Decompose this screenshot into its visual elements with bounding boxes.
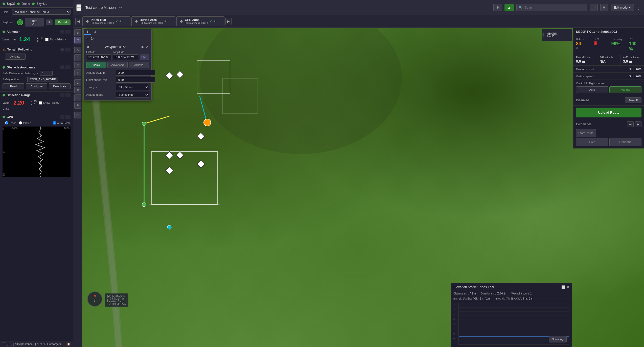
wp-tab-1[interactable]: 1 xyxy=(84,29,91,35)
gpr-collapse-btn[interactable]: − xyxy=(60,115,64,119)
gpr-profile-radio[interactable]: Profile xyxy=(19,121,31,125)
detection-more-btn[interactable]: ⋮ xyxy=(65,93,71,97)
waypoint-title: Waypoint #1/2 xyxy=(90,45,140,49)
search-input[interactable] xyxy=(516,4,587,11)
altimeter-show-history-checkbox[interactable]: Show History xyxy=(45,38,66,41)
start-route-button[interactable]: Start Route xyxy=(576,129,596,137)
wp-altitude-label: Altitude AGL, m xyxy=(86,71,114,74)
log-copy-btn[interactable]: 📋 xyxy=(66,342,71,346)
record-button[interactable]: Record xyxy=(55,19,71,25)
auto-mode-button[interactable]: Auto xyxy=(576,86,608,93)
obstacle-more-btn[interactable]: ⋮ xyxy=(65,65,71,69)
tab-eye-icon-1[interactable]: 👁 xyxy=(120,20,122,23)
ep-close-button[interactable]: ✕ xyxy=(567,285,569,289)
tab-buried-area[interactable]: ✈ Buried Area DJI Matrice 300 RTK 👁 ⋮ xyxy=(131,16,176,26)
altimeter-collapse-btn[interactable]: − xyxy=(60,30,64,34)
wp-next-button[interactable]: ▶ xyxy=(142,45,144,49)
terrain-collapse-btn[interactable]: − xyxy=(60,48,64,52)
map-tool-measure[interactable]: ⊞ xyxy=(74,62,81,68)
gpr-more-btn[interactable]: ⋮ xyxy=(65,115,71,119)
map-tool-polygon[interactable]: ◇ xyxy=(74,47,81,53)
takeoff-button[interactable]: Takeoff xyxy=(625,97,641,103)
map-tool-compass[interactable]: ⊕ xyxy=(74,102,81,109)
obstacle-collapse-btn[interactable]: − xyxy=(60,65,64,69)
tab-more-icon-3[interactable]: ⋮ xyxy=(218,20,221,23)
safe-dist-input[interactable] xyxy=(40,71,53,76)
wp-speed-input[interactable] xyxy=(116,77,155,83)
upload-route-button[interactable]: Upload Route xyxy=(576,108,641,117)
map-tool-circle[interactable]: ○ xyxy=(74,69,81,76)
terrain-more-btn[interactable]: ⋮ xyxy=(65,48,71,52)
tab-more-button[interactable]: ▶ xyxy=(225,18,232,25)
gpr-trace-radio[interactable]: Trace xyxy=(5,121,16,125)
obstacle-controls: − ⋮ xyxy=(60,65,71,69)
drone-camera-panel[interactable]: ✈ M300RTK-1znpl8... ⋮ xyxy=(542,29,572,41)
wp-tab-2[interactable]: 2 xyxy=(91,29,99,35)
menu-button[interactable]: ☰ xyxy=(76,4,81,11)
map-tool-waypoint[interactable]: ⊙ xyxy=(74,37,81,43)
wp-actions-tab[interactable]: Actions xyxy=(129,62,149,68)
tab-more-icon-1[interactable]: ⋮ xyxy=(124,20,127,23)
tab-prev-button[interactable]: ◀ xyxy=(75,18,81,25)
rp-more-button[interactable]: ⋮ xyxy=(638,30,641,34)
settings-button[interactable]: ⚙ xyxy=(493,4,502,11)
commands-next-btn[interactable]: ▶ xyxy=(635,121,641,127)
wp-lat-input[interactable] xyxy=(86,54,111,60)
wp-altitude-mode-select[interactable]: Rangefinder xyxy=(116,92,149,98)
wp-dms-button[interactable]: DMS xyxy=(140,55,149,60)
mission-edit-icon[interactable]: ✏ xyxy=(119,6,122,9)
edit-mode-button[interactable]: Edit mode ▾ xyxy=(611,4,634,11)
wp-basic-tab[interactable]: Basic xyxy=(86,62,106,68)
terrain-activate-button[interactable]: Activate xyxy=(5,54,26,60)
detection-collapse-btn[interactable]: − xyxy=(60,93,64,97)
wp-lon-input[interactable] xyxy=(113,54,138,60)
wp-altitude-input[interactable] xyxy=(116,70,155,76)
wp-prev-button[interactable]: ◀ xyxy=(86,45,89,49)
layers-button[interactable]: ⊞ xyxy=(600,4,608,11)
altimeter-more-btn[interactable]: ⋮ xyxy=(65,30,71,34)
tab-more-icon-2[interactable]: ⋮ xyxy=(169,20,172,23)
link-select[interactable]: M300RTK-1znpl8e001p003 xyxy=(12,9,71,15)
tab-pipes-trial[interactable]: ✈ Pipes Trial DJI Matrice 300 RTK ✓ 👁 ⋮ xyxy=(82,16,130,26)
tablet-button[interactable]: ▭ xyxy=(590,4,598,11)
map-tool-select[interactable]: ⊕ xyxy=(74,29,81,36)
drone-icon: ✈ xyxy=(542,32,546,38)
read-button[interactable]: Read xyxy=(3,83,24,89)
wp-advanced-tab[interactable]: Advanced xyxy=(107,62,128,68)
deactivate-button[interactable]: Deactivate xyxy=(49,83,71,89)
map-tool-target[interactable]: ◎ xyxy=(74,94,81,101)
commands-prev-btn[interactable]: ◀ xyxy=(627,121,634,127)
wp-turn-type-select[interactable]: Stop&Turn xyxy=(116,84,149,90)
map-tool-more[interactable]: ••• xyxy=(74,112,81,118)
flight-mode-buttons: Auto Manual xyxy=(576,86,641,93)
ugcs-status-dot xyxy=(3,3,5,5)
map-tool-layer[interactable]: ⊘ xyxy=(74,79,81,86)
payload-power-icon[interactable]: ⏻ xyxy=(17,19,23,25)
battery-value: 84 xyxy=(576,41,588,46)
gpr-auto-scale-checkbox[interactable]: Auto Scale xyxy=(53,121,71,125)
svg-point-0 xyxy=(200,28,402,154)
turn-off-button[interactable]: Turn OFF xyxy=(25,18,43,27)
ep-expand-button[interactable]: ⬜ xyxy=(561,285,565,289)
drone-id-display: M300RTK-1znpl8... xyxy=(547,32,568,38)
manual-mode-button[interactable]: Manual xyxy=(609,86,642,93)
map-eye-altitude: Eye altitude 55 m xyxy=(107,303,126,306)
hold-button[interactable]: Hold xyxy=(576,138,608,146)
pause-button[interactable]: ⏸ xyxy=(46,19,53,25)
map-tool-line[interactable]: ⌇ xyxy=(74,54,81,61)
configure-button[interactable]: Configure xyxy=(26,83,48,89)
ep-header: Elevation profile: Pipes Trial ⬜ ✕ xyxy=(451,283,572,291)
more-button[interactable]: ⋮ xyxy=(636,5,641,10)
continue-button[interactable]: Continue xyxy=(609,138,642,146)
green-action-button[interactable]: ▲ xyxy=(504,4,514,11)
ep-show-log-button[interactable]: Show log xyxy=(549,336,567,342)
drone-more-icon[interactable]: ⋮ xyxy=(569,33,572,37)
detection-show-history-checkbox[interactable]: Show History xyxy=(39,101,59,105)
map-tool-grid[interactable]: ⊛ xyxy=(74,87,81,93)
tab-eye-icon-3[interactable]: 👁 xyxy=(214,20,216,23)
wp-altitude-mode-label: Altitude mode xyxy=(86,93,114,96)
tab-gpr-zone[interactable]: ✈ GPR Zone DJI Matrice 300 RTK ✓ 👁 ⋮ xyxy=(176,16,224,26)
wp-close-button[interactable]: ✕ xyxy=(146,45,149,49)
tab-eye-icon-2[interactable]: 👁 xyxy=(165,20,167,23)
waypoint-coords: Latitude Longitude DMS xyxy=(84,51,151,62)
